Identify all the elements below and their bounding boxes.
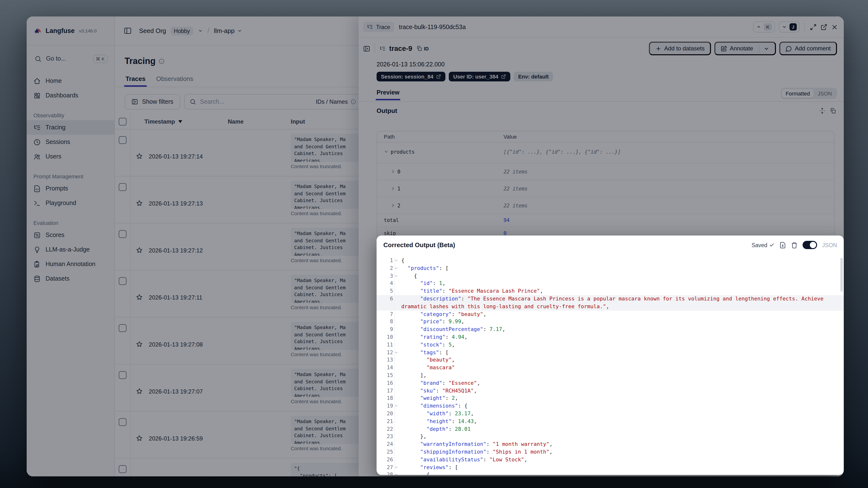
line-number: 22 [377,425,395,433]
code-content: "availabilityStatus": "Low Stock", [395,456,844,463]
fold-chevron-icon[interactable] [394,266,398,270]
code-line: 22 "depth": 28.01 [377,425,844,433]
corrected-output-editor[interactable]: 1{2 "products": [3 {4 "id": 1,5 "title":… [377,257,844,475]
corrected-output-title: Corrected Output (Beta) [383,241,455,249]
line-number: 5 [377,287,395,295]
line-number: 4 [377,280,395,287]
line-number: 15 [377,372,395,379]
code-content: "category": "beauty", [395,310,844,318]
code-line: 11 "stock": 5, [377,341,844,349]
code-line: 21 "height": 14.43, [377,418,844,425]
line-number: 14 [377,364,395,372]
fold-chevron-icon[interactable] [394,465,398,469]
line-number: 18 [377,395,395,402]
line-number: 28 [377,471,395,475]
json-view-toggle[interactable] [803,241,817,249]
code-content: "weight": 2, [395,395,844,402]
code-line: 17 "sku": "RCH45Q1A", [377,387,844,395]
line-number: 2 [377,265,395,272]
code-content: "height": 14.43, [395,418,844,425]
fold-chevron-icon[interactable] [394,350,398,355]
line-number: 16 [377,379,395,387]
code-content: "shippingInformation": "Ships in 1 month… [395,448,844,456]
code-line: 15 ], [377,372,844,379]
code-content: "sku": "RCH45Q1A", [395,387,844,395]
code-content: "discountPercentage": 7.17, [395,326,844,333]
code-line: 27 "reviews": [ [377,463,844,471]
code-line: 4 "id": 1, [377,280,844,287]
langfuse-app-window: Langfuse v3.146.0 Go to... ⌘ K HomeDashb… [27,17,844,476]
code-content: "description": "The Essence Mascara Lash… [395,295,844,310]
code-line: 28 { [377,471,844,475]
line-number: 6 [377,295,395,310]
code-content: "title": "Essence Mascara Lash Prince", [395,287,844,295]
line-number: 27 [377,463,395,471]
line-number: 1 [377,257,395,265]
code-line: 7 "category": "beauty", [377,310,844,318]
line-number: 24 [377,440,395,448]
line-number: 11 [377,341,395,349]
line-number: 8 [377,318,395,326]
line-number: 26 [377,456,395,463]
code-line: 5 "title": "Essence Mascara Lash Prince"… [377,287,844,295]
code-content: "warrantyInformation": "1 month warranty… [395,440,844,448]
saved-status: Saved [751,242,774,248]
code-line: 24 "warrantyInformation": "1 month warra… [377,440,844,448]
code-line: 8 "price": 9.99, [377,318,844,326]
code-line: 14 "mascara" [377,364,844,372]
line-number: 7 [377,310,395,318]
code-line: 20 "width": 23.17, [377,410,844,418]
code-content: ], [395,372,844,379]
line-number: 21 [377,418,395,425]
code-line: 25 "shippingInformation": "Ships in 1 mo… [377,448,844,456]
code-content: "stock": 5, [395,341,844,349]
editor-scrollbar[interactable] [840,258,843,292]
code-content: "depth": 28.01 [395,425,844,433]
line-number: 25 [377,448,395,456]
code-line: 13 "beauty", [377,357,844,364]
line-number: 23 [377,433,395,441]
fold-chevron-icon[interactable] [394,473,398,475]
code-content: "rating": 4.94, [395,333,844,341]
code-line: 6 "description": "The Essence Mascara La… [377,295,844,310]
line-number: 17 [377,387,395,395]
code-content: "price": 9.99, [395,318,844,326]
code-line: 10 "rating": 4.94, [377,333,844,341]
fold-chevron-icon[interactable] [394,258,398,263]
code-content: }, [395,433,844,441]
code-line: 9 "discountPercentage": 7.17, [377,326,844,333]
code-line: 3 { [377,272,844,280]
code-content: { [395,257,844,265]
trash-icon[interactable] [791,242,798,248]
line-number: 19 [377,402,395,410]
check-icon [769,242,775,248]
code-content: "brand": "Essence", [395,379,844,387]
line-number: 12 [377,349,395,357]
fold-chevron-icon[interactable] [394,274,398,278]
line-number: 13 [377,357,395,364]
code-content: { [395,272,844,280]
line-number: 10 [377,333,395,341]
code-content: { [395,471,844,475]
code-content: "mascara" [395,364,844,372]
code-line: 1{ [377,257,844,265]
desktop: Langfuse v3.146.0 Go to... ⌘ K HomeDashb… [0,0,868,488]
code-line: 12 "tags": [ [377,349,844,357]
line-number: 9 [377,326,395,333]
fold-chevron-icon[interactable] [394,404,398,408]
code-line: 19 "dimensions": { [377,402,844,410]
json-toggle-label: JSON [822,242,837,248]
code-content: "beauty", [395,357,844,364]
code-line: 26 "availabilityStatus": "Low Stock", [377,456,844,463]
code-content: "width": 23.17, [395,410,844,418]
code-line: 2 "products": [ [377,265,844,272]
code-line: 16 "brand": "Essence", [377,379,844,387]
corrected-output-card: Corrected Output (Beta) Saved JSON 1{2 "… [377,236,844,475]
code-line: 23 }, [377,433,844,441]
code-content: "dimensions": { [395,402,844,410]
line-number: 3 [377,272,395,280]
code-content: "id": 1, [395,280,844,287]
line-number: 20 [377,410,395,418]
code-line: 18 "weight": 2, [377,395,844,402]
file-diff-icon[interactable] [780,242,786,248]
